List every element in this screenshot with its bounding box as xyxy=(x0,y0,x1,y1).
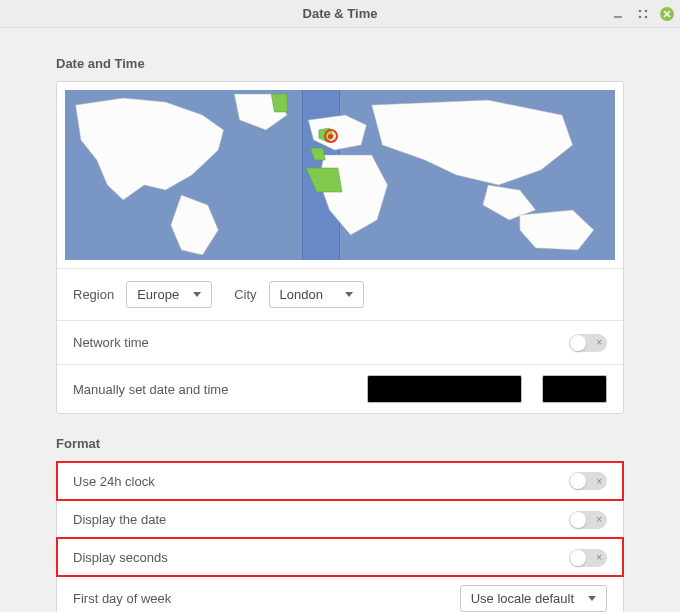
region-city-row: Region Europe City London xyxy=(57,268,623,320)
section-title-datetime: Date and Time xyxy=(56,56,624,71)
display-date-toggle[interactable]: × xyxy=(569,511,607,529)
svg-point-3 xyxy=(638,16,641,19)
x-icon: × xyxy=(596,476,602,487)
first-day-row: First day of week Use locale default xyxy=(57,576,623,612)
manual-datetime-row: Manually set date and time xyxy=(57,364,623,413)
close-button[interactable] xyxy=(660,7,674,21)
network-time-label: Network time xyxy=(73,335,149,350)
display-date-row: Display the date × xyxy=(57,500,623,538)
x-icon: × xyxy=(596,552,602,563)
city-value: London xyxy=(280,287,323,302)
chevron-down-icon xyxy=(193,292,201,297)
world-map-svg xyxy=(65,90,615,260)
location-marker-icon xyxy=(324,129,338,143)
chevron-down-icon xyxy=(345,292,353,297)
date-field[interactable] xyxy=(367,375,522,403)
svg-point-4 xyxy=(644,16,647,19)
timezone-map[interactable] xyxy=(65,90,615,260)
city-dropdown[interactable]: London xyxy=(269,281,364,308)
first-day-label: First day of week xyxy=(73,591,171,606)
map-container xyxy=(57,82,623,268)
chevron-down-icon xyxy=(588,596,596,601)
svg-point-1 xyxy=(638,10,641,13)
region-value: Europe xyxy=(137,287,179,302)
use-24h-label: Use 24h clock xyxy=(73,474,155,489)
region-dropdown[interactable]: Europe xyxy=(126,281,212,308)
content: Date and Time xyxy=(0,28,680,612)
datetime-panel: Region Europe City London Network time ×… xyxy=(56,81,624,414)
use-24h-toggle[interactable]: × xyxy=(569,472,607,490)
window-controls xyxy=(610,0,674,28)
time-field[interactable] xyxy=(542,375,607,403)
network-time-toggle[interactable]: × xyxy=(569,334,607,352)
display-seconds-toggle[interactable]: × xyxy=(569,549,607,567)
x-icon: × xyxy=(596,514,602,525)
minimize-button[interactable] xyxy=(610,7,625,22)
city-label: City xyxy=(234,287,256,302)
titlebar: Date & Time xyxy=(0,0,680,28)
display-date-label: Display the date xyxy=(73,512,166,527)
manual-datetime-label: Manually set date and time xyxy=(73,382,228,397)
svg-point-2 xyxy=(644,10,647,13)
region-label: Region xyxy=(73,287,114,302)
display-seconds-row: Display seconds × xyxy=(57,538,623,576)
display-seconds-label: Display seconds xyxy=(73,550,168,565)
x-icon: × xyxy=(596,337,602,348)
network-time-row: Network time × xyxy=(57,320,623,364)
window-title: Date & Time xyxy=(303,6,378,21)
first-day-dropdown[interactable]: Use locale default xyxy=(460,585,607,612)
format-panel: Use 24h clock × Display the date × Displ… xyxy=(56,461,624,612)
first-day-value: Use locale default xyxy=(471,591,574,606)
use-24h-row: Use 24h clock × xyxy=(57,462,623,500)
section-title-format: Format xyxy=(56,436,624,451)
maximize-button[interactable] xyxy=(635,7,650,22)
